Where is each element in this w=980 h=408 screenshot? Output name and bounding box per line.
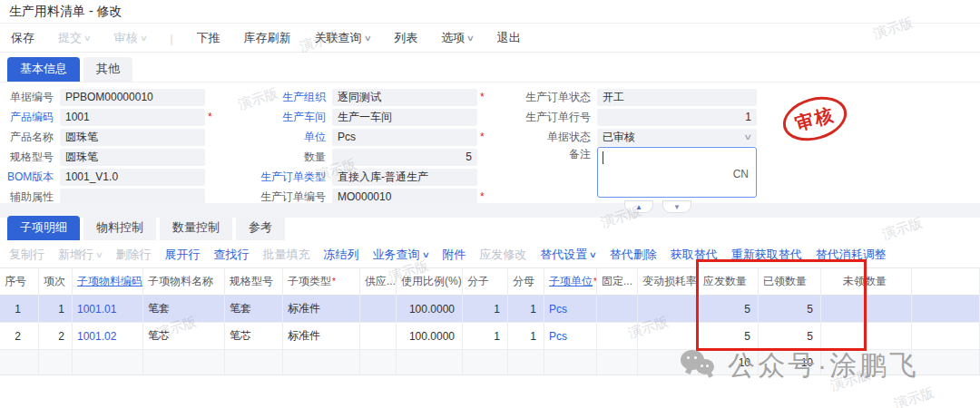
detail-toolbar-item-4[interactable]: 查找行 (214, 247, 250, 263)
form-row-2-0: 生产订单状态开工 (506, 87, 757, 107)
grid-header-cell-11[interactable]: 固定... (597, 268, 638, 295)
table-cell-0-10[interactable]: Pcs (544, 296, 597, 322)
field-input-0-2[interactable]: 圆珠笔 (60, 129, 205, 146)
field-input-2-1[interactable]: 1 (597, 109, 757, 126)
toolbar-item-1[interactable]: 提交∨ (58, 30, 91, 46)
table-cell-0-2[interactable]: 1001.01 (73, 296, 143, 322)
detail-toolbar-label: 删除行 (116, 247, 152, 263)
field-input-1-4[interactable]: 直接入库-普通生产 (332, 169, 477, 186)
field-value: 圆珠笔 (65, 150, 98, 165)
grid-header-cell-13[interactable]: 应发数量 (699, 268, 759, 295)
grid-header-cell-0[interactable]: 序号 (0, 268, 39, 295)
table-cell-1-7: 100.0000 (397, 323, 463, 349)
detail-toolbar-label: 展开行 (165, 247, 201, 263)
grid-header-cell-12[interactable]: 变动损耗率... (638, 268, 699, 295)
field-label: 生产车间 (225, 110, 332, 125)
grid-header-cell-5[interactable]: 子项类型* (283, 268, 360, 295)
detail-toolbar-item-14[interactable]: 替代消耗调整 (816, 247, 887, 263)
field-input-2-3[interactable]: CN (597, 147, 757, 198)
field-value: MO000010 (338, 190, 391, 203)
chevron-down-icon: ∨ (95, 250, 103, 259)
totals-cell-13: 10 (699, 350, 759, 374)
table-cell-0-5: 标准件 (283, 296, 360, 322)
grid-header-row: 序号项次子项物料编码*子项物料名称规格型号子项类型*供应...使用比例(%)分子… (0, 267, 980, 296)
detail-toolbar-item-7[interactable]: 业务查询∨ (373, 247, 429, 263)
collapse-down-button[interactable]: ▼ (662, 200, 691, 213)
grid-header-cell-9[interactable]: 分母 (508, 268, 544, 295)
detail-toolbar-label: 业务查询 (373, 247, 420, 263)
toolbar-item-4[interactable]: 下推 (197, 30, 220, 46)
grid-header-cell-8[interactable]: 分子 (463, 268, 508, 295)
field-label: 单据状态 (506, 130, 597, 145)
tab-detail-0[interactable]: 子项明细 (7, 216, 80, 240)
toolbar-label: 退出 (497, 30, 521, 46)
table-row-0[interactable]: 111001.01笔套笔套标准件100.000011Pcs55 (0, 296, 980, 323)
detail-toolbar-item-3[interactable]: 展开行 (165, 247, 201, 263)
field-input-2-2[interactable]: 已审核∨ (597, 129, 757, 146)
grid-header-cell-7[interactable]: 使用比例(%) (397, 268, 463, 295)
toolbar-item-0[interactable]: 保存 (11, 30, 34, 46)
field-input-0-0[interactable]: PPBOM00000010 (60, 89, 205, 106)
table-cell-1-4: 笔芯 (225, 323, 283, 349)
detail-toolbar-item-10[interactable]: 替代设置∨ (540, 247, 596, 263)
grid-header-cell-14[interactable]: 已领数量 (759, 268, 821, 295)
detail-toolbar-item-0[interactable]: 复制行 (9, 247, 44, 263)
field-label: 生产订单编号 (225, 189, 332, 205)
grid-header-cell-16[interactable] (912, 268, 980, 295)
field-label: 辅助属性 (7, 189, 60, 205)
field-value: Pcs (338, 131, 356, 143)
toolbar-item-2[interactable]: 审核∨ (114, 30, 147, 46)
toolbar-item-8[interactable]: 选项∨ (441, 30, 474, 46)
detail-toolbar-item-1[interactable]: 新增行∨ (58, 247, 103, 263)
form-row-0-2: 产品名称圆珠笔 (7, 127, 212, 147)
table-cell-1-2[interactable]: 1001.02 (73, 323, 143, 349)
toolbar-item-9[interactable]: 退出 (497, 30, 521, 46)
tab-main-0[interactable]: 基本信息 (7, 57, 80, 82)
column-header-label: 供应... (365, 274, 396, 289)
tab-detail-1[interactable]: 物料控制 (83, 216, 156, 240)
detail-toolbar-item-5[interactable]: 批量填充 (263, 247, 310, 263)
table-row-1[interactable]: 221001.02笔芯笔芯标准件100.000011Pcs55 (0, 323, 980, 350)
tab-main-1[interactable]: 其他 (83, 57, 132, 82)
grid-header-cell-15[interactable]: 未领数量 (821, 268, 912, 295)
grid-header-cell-4[interactable]: 规格型号 (225, 268, 283, 295)
tab-detail-2[interactable]: 数量控制 (160, 216, 232, 240)
detail-toolbar-item-13[interactable]: 重新获取替代 (731, 247, 802, 263)
field-input-1-3[interactable]: 5 (332, 149, 477, 166)
field-input-0-1[interactable]: 1001 (60, 109, 205, 126)
field-input-1-2[interactable]: Pcs (332, 129, 477, 146)
grid-header-cell-6[interactable]: 供应... (360, 268, 397, 295)
grid-header-cell-3[interactable]: 子项物料名称 (143, 268, 225, 295)
detail-toolbar-item-9[interactable]: 应发修改 (479, 247, 526, 263)
field-label: 备注 (506, 147, 597, 162)
toolbar-item-6[interactable]: 关联查询∨ (315, 30, 371, 46)
field-value: 圆珠笔 (65, 130, 98, 145)
toolbar-item-7[interactable]: 列表 (394, 30, 417, 46)
detail-toolbar-item-2[interactable]: 删除行 (116, 247, 152, 263)
detail-toolbar-item-8[interactable]: 附件 (442, 247, 466, 263)
field-value: PPBOM00000010 (65, 91, 153, 103)
form-row-2-2: 单据状态已审核∨ (506, 127, 757, 147)
field-input-2-0[interactable]: 开工 (597, 89, 757, 106)
detail-toolbar-item-11[interactable]: 替代删除 (610, 247, 657, 263)
detail-toolbar-label: 替代设置 (540, 247, 587, 263)
grid-header-cell-1[interactable]: 项次 (39, 268, 73, 295)
field-input-1-1[interactable]: 生产一车间 (332, 109, 477, 126)
grid-header-cell-10[interactable]: 子项单位* (544, 268, 597, 295)
toolbar-item-5[interactable]: 库存刷新 (244, 30, 291, 46)
required-asterisk: * (480, 91, 485, 103)
detail-toolbar-item-6[interactable]: 冻结列 (324, 247, 359, 263)
field-input-0-4[interactable]: 1001_V1.0 (60, 169, 205, 186)
field-input-0-3[interactable]: 圆珠笔 (60, 149, 205, 166)
table-cell-1-10[interactable]: Pcs (544, 323, 597, 349)
detail-toolbar-item-12[interactable]: 获取替代 (671, 247, 718, 263)
field-input-1-0[interactable]: 逐同测试 (332, 89, 477, 106)
detail-toolbar-label: 替代删除 (610, 247, 657, 263)
chevron-down-icon: ∨ (466, 34, 475, 43)
toolbar-label: 库存刷新 (244, 30, 291, 46)
field-value: 1001_V1.0 (65, 170, 118, 183)
grid-header-cell-2[interactable]: 子项物料编码* (73, 268, 143, 295)
tab-detail-3[interactable]: 参考 (236, 216, 285, 240)
table-cell-0-8: 1 (463, 296, 508, 322)
collapse-up-button[interactable]: ▲ (624, 200, 653, 213)
